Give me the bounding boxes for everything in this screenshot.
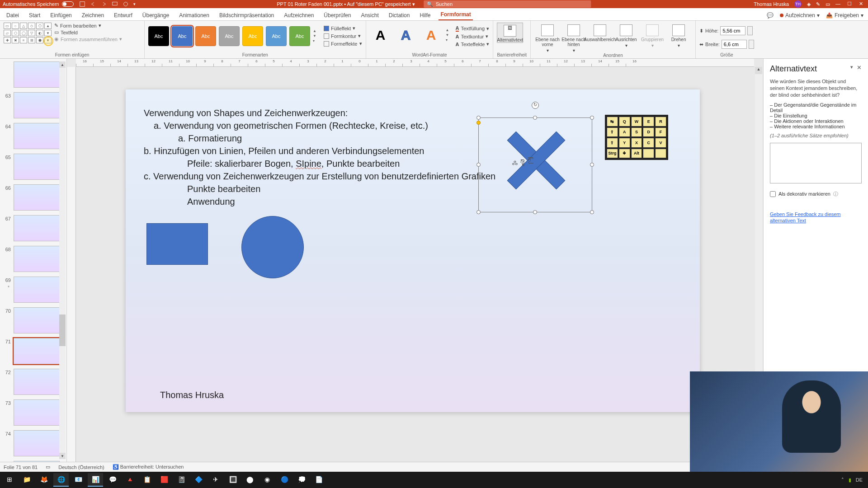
width-input[interactable] xyxy=(722,40,747,49)
slide-body-text[interactable]: Verwendung von Shapes und Zeichenwerkzeu… xyxy=(144,107,495,208)
username-label[interactable]: Thomas Hruska xyxy=(754,1,789,7)
window-icon[interactable]: ▭ xyxy=(826,1,830,7)
decorative-checkbox-row[interactable]: Als dekorativ markieren ⓘ xyxy=(770,191,862,197)
slide-thumbnail[interactable] xyxy=(14,307,60,333)
gallery-more-icon[interactable]: ▾ xyxy=(313,39,319,43)
redo-icon[interactable] xyxy=(101,1,107,7)
resize-handle-tl[interactable] xyxy=(476,116,481,120)
adjustment-handle[interactable] xyxy=(476,121,481,125)
text-outline-button[interactable]: ATextkontur ▾ xyxy=(456,33,490,39)
height-spinner[interactable] xyxy=(747,26,753,35)
record-button[interactable]: Aufzeichnen ▾ xyxy=(780,12,820,19)
align-button[interactable]: Ausrichten ▾ xyxy=(613,23,639,53)
share-button[interactable]: 📤 Freigeben ▾ xyxy=(826,12,863,19)
thumbs-scroll-down-icon[interactable]: ▼ xyxy=(59,453,66,459)
taskbar-app3-icon[interactable]: 🟥 xyxy=(156,473,172,487)
slideshow-start-icon[interactable] xyxy=(112,1,118,7)
style-swatch-3[interactable]: Abc xyxy=(195,26,216,46)
altpane-feedback-link[interactable]: Geben Sie Feedback zu diesem alternative… xyxy=(770,211,862,224)
taskbar-chrome-icon[interactable]: 🌐 xyxy=(53,473,69,487)
altpane-collapse-icon[interactable]: ▾ xyxy=(850,64,853,70)
resize-handle-mr[interactable] xyxy=(590,163,594,167)
style-swatch-7[interactable]: Abc xyxy=(289,26,310,46)
slide-thumbnail[interactable] xyxy=(14,215,60,241)
tray-network-icon[interactable]: ▮ xyxy=(849,477,851,483)
taskbar-app6-icon[interactable]: ◉ xyxy=(259,473,275,487)
qat-more-icon[interactable]: ▾ xyxy=(133,2,136,6)
tab-aufzeichnen[interactable]: Aufzeichnen xyxy=(282,9,316,20)
undo-icon[interactable] xyxy=(90,1,96,7)
wa-down-icon[interactable]: ▼ xyxy=(446,33,452,37)
taskbar-firefox-icon[interactable]: 🦊 xyxy=(36,473,52,487)
tab-hilfe[interactable]: Hilfe xyxy=(418,9,432,20)
bring-forward-button[interactable]: Ebene nach vorne ▾ xyxy=(534,23,561,53)
slide-thumbnail[interactable] xyxy=(14,154,60,180)
tab-entwurf[interactable]: Entwurf xyxy=(112,9,134,20)
scribble-shape[interactable]: ஃ ೄ ఔ xyxy=(512,157,536,167)
tab-ueberpruefen[interactable]: Überprüfen xyxy=(322,9,353,20)
tab-bildschirmpraesentation[interactable]: Bildschirmpräsentation xyxy=(217,9,276,20)
slide-thumbnail[interactable] xyxy=(14,123,60,149)
height-input[interactable] xyxy=(720,26,745,35)
slide-thumbnail[interactable] xyxy=(14,246,60,272)
slide-canvas[interactable]: 1615141312111098765432101234567891011121… xyxy=(67,59,763,462)
tab-einfuegen[interactable]: Einfügen xyxy=(48,9,73,20)
taskbar-app9-icon[interactable]: 📄 xyxy=(311,473,326,487)
tab-dictation[interactable]: Dictation xyxy=(387,9,412,20)
slide[interactable]: Verwendung von Shapes und Zeichenwerkzeu… xyxy=(126,89,700,412)
thumbs-scrollbar[interactable]: ▲ ▼ xyxy=(59,61,66,459)
style-swatch-1[interactable]: Abc xyxy=(148,26,169,46)
resize-handle-ml[interactable] xyxy=(476,163,481,167)
language-indicator[interactable]: Deutsch (Österreich) xyxy=(58,465,104,470)
style-swatch-2[interactable]: Abc xyxy=(172,26,193,46)
taskbar-outlook-icon[interactable]: 📧 xyxy=(71,473,86,487)
tab-datei[interactable]: Datei xyxy=(5,9,21,20)
wa-up-icon[interactable]: ▲ xyxy=(446,28,452,32)
close-button[interactable]: ✕ xyxy=(859,1,865,7)
send-backward-button[interactable]: Ebene nach hinten ▾ xyxy=(561,23,587,53)
thumbs-scroll-up-icon[interactable]: ▲ xyxy=(59,61,66,68)
slide-thumbnails-pane[interactable]: 63646566676869707172737475 ▲ ▼ xyxy=(0,59,67,462)
autosave-toggle[interactable]: Automatisches Speichern xyxy=(3,1,74,7)
selection-pane-button[interactable]: Auswahlbereich xyxy=(587,23,613,53)
taskbar-vlc-icon[interactable]: 🔺 xyxy=(122,473,137,487)
slide-thumbnail[interactable] xyxy=(14,369,60,395)
gallery-up-icon[interactable]: ▲ xyxy=(313,29,319,33)
style-swatch-4[interactable]: Abc xyxy=(219,26,240,46)
tab-zeichnen[interactable]: Zeichnen xyxy=(80,9,106,20)
taskbar-explorer-icon[interactable]: 📁 xyxy=(19,473,34,487)
comments-icon[interactable]: 💬 xyxy=(767,12,774,19)
taskbar-app4-icon[interactable]: 🔳 xyxy=(225,473,241,487)
merge-shapes-button[interactable]: ◉ Formen zusammenführen ▾ xyxy=(54,36,122,42)
canvas-scroll-up-icon[interactable]: ▲ xyxy=(755,67,762,74)
taskbar-app8-icon[interactable]: 💭 xyxy=(294,473,309,487)
rotation-handle[interactable] xyxy=(532,102,539,109)
resize-handle-br[interactable] xyxy=(590,210,594,214)
shape-fill-button[interactable]: Fülleffekt ▾ xyxy=(324,25,362,31)
taskbar-app5-icon[interactable]: ⬤ xyxy=(242,473,258,487)
wordart-gallery[interactable]: A A A ▲ ▼ ▾ xyxy=(370,23,452,47)
spellcheck-icon[interactable]: ▭ xyxy=(46,464,50,470)
tab-formformat[interactable]: Formformat xyxy=(439,9,472,20)
author-text[interactable]: Thomas Hruska xyxy=(160,390,224,400)
textbox-button[interactable]: ▭ Textfeld xyxy=(54,29,122,35)
thumbs-scroll-handle[interactable] xyxy=(59,314,66,346)
blue-circle-shape[interactable] xyxy=(241,216,304,278)
shape-effects-button[interactable]: Formeffekte ▾ xyxy=(324,41,362,47)
slide-thumbnail[interactable] xyxy=(14,430,60,456)
edit-shape-button[interactable]: ✎ Form bearbeiten ▾ xyxy=(54,23,122,28)
tab-ansicht[interactable]: Ansicht xyxy=(359,9,380,20)
save-icon[interactable] xyxy=(79,1,85,7)
user-avatar[interactable]: TH xyxy=(794,0,802,8)
taskbar-powerpoint-icon[interactable]: 📊 xyxy=(88,473,103,487)
altpane-textarea[interactable] xyxy=(770,143,862,183)
decorative-checkbox[interactable] xyxy=(770,191,776,197)
touch-mode-icon[interactable] xyxy=(123,1,129,7)
tab-uebergaenge[interactable]: Übergänge xyxy=(141,9,171,20)
taskbar-app2-icon[interactable]: 📋 xyxy=(139,473,155,487)
taskbar-app7-icon[interactable]: 🔵 xyxy=(277,473,292,487)
slide-thumbnail[interactable] xyxy=(14,277,60,303)
tab-animationen[interactable]: Animationen xyxy=(177,9,211,20)
keyboard-image[interactable]: ↹QWER⇪ASDF⇧YXCVStrg❖Alt xyxy=(605,115,668,160)
taskbar-telegram-icon[interactable]: ✈ xyxy=(208,473,223,487)
